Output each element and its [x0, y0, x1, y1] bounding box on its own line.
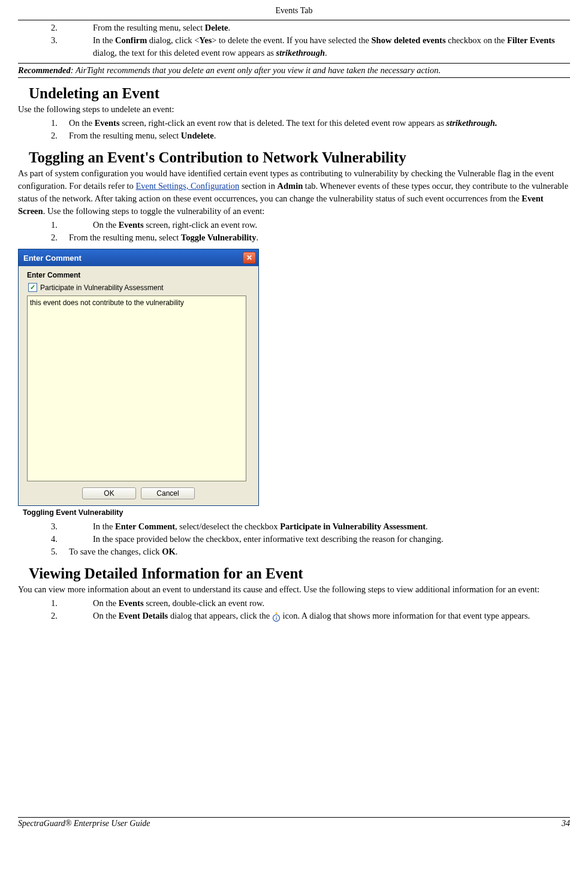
bold: Events — [119, 220, 144, 230]
text: . — [214, 131, 216, 140]
text: . — [176, 547, 178, 556]
note-text: : AirTight recommends that you delete an… — [71, 65, 441, 75]
text: On the — [93, 598, 119, 608]
viewing-intro: You can view more information about an e… — [18, 583, 570, 596]
text: checkbox on the — [446, 35, 507, 45]
text: . — [228, 23, 231, 32]
text: On the — [69, 118, 95, 128]
bold: Yes — [199, 35, 212, 45]
bold: Events — [119, 598, 144, 608]
text: screen, right-click an event row. — [144, 220, 258, 230]
text: screen, right-click an event row that is… — [120, 118, 447, 128]
viewing-steps: 1. On the Events screen, double-click an… — [51, 597, 570, 622]
undel-intro: Use the following steps to undelete an e… — [18, 103, 570, 116]
bold: Enter Comment — [115, 522, 175, 531]
page-number: 34 — [562, 819, 570, 828]
text: , select/deselect the checkbox — [175, 522, 280, 531]
text: From the resulting menu, select — [69, 131, 181, 140]
divider — [18, 20, 570, 20]
step-number: 3. — [51, 520, 93, 533]
text: In the space provided below the checkbox… — [93, 534, 444, 544]
step-number: 1. — [51, 219, 93, 231]
text: . — [256, 233, 258, 242]
checkbox-label: Participate in Vulnerability Assessment — [40, 284, 164, 292]
bold: Toggle Vulnerability — [181, 233, 257, 242]
text: screen, double-click an event row. — [144, 598, 265, 608]
footer-title: SpectraGuard® Enterprise User Guide — [18, 819, 150, 828]
bold: Undelete — [181, 131, 214, 140]
heading-viewing: Viewing Detailed Information for an Even… — [29, 565, 570, 582]
bold: Confirm — [115, 35, 147, 45]
enter-comment-dialog: Enter Comment ✕ Enter Comment ✓ Particip… — [18, 249, 259, 506]
text: In the — [93, 35, 115, 45]
bold: Delete — [205, 23, 228, 32]
undel-steps: 1. On the Events screen, right-click an … — [51, 117, 570, 142]
svg-point-2 — [275, 612, 277, 614]
text: dialog, click < — [147, 35, 199, 45]
bold: OK — [162, 547, 176, 556]
step-number: 2. — [51, 129, 69, 142]
after-dialog-steps: 3. In the Enter Comment, select/deselect… — [51, 520, 570, 558]
bold-italic: strikethrough. — [446, 118, 497, 128]
heading-undeleting: Undeleting an Event — [29, 85, 570, 102]
text: . — [426, 522, 428, 531]
step-number: 1. — [51, 597, 93, 610]
dialog-titlebar: Enter Comment ✕ — [19, 249, 258, 266]
text: From the resulting menu, select — [93, 23, 205, 32]
text: From the resulting menu, select — [69, 233, 181, 242]
text: In the — [93, 522, 115, 531]
text: . — [325, 48, 327, 58]
bold: Participate in Vulnerability Assessment — [280, 522, 426, 531]
heading-toggling: Toggling an Event's Contribution to Netw… — [29, 149, 570, 166]
text: icon. A dialog that shows more informati… — [282, 611, 530, 620]
participate-checkbox[interactable]: ✓ — [28, 283, 37, 292]
step-number: 4. — [51, 533, 93, 546]
figure-caption: Toggling Event Vulnerability — [23, 508, 570, 517]
step-number: 2. — [51, 610, 93, 622]
dialog-title: Enter Comment — [23, 254, 82, 263]
ok-button[interactable]: OK — [82, 487, 136, 499]
close-icon[interactable]: ✕ — [243, 252, 256, 264]
page-footer: SpectraGuard® Enterprise User Guide 34 — [18, 817, 570, 828]
step-number: 2. — [51, 231, 69, 244]
bold: Show deleted events — [372, 35, 446, 45]
bold: Admin — [278, 181, 303, 191]
cancel-button[interactable]: Cancel — [141, 487, 195, 499]
bold: Events — [95, 118, 120, 128]
text: On the — [93, 611, 119, 620]
text: > to delete the event. If you have selec… — [212, 35, 371, 45]
text: section in — [239, 181, 277, 191]
text: To save the changes, click — [69, 547, 162, 556]
link-event-settings[interactable]: Event Settings, Configuration — [136, 181, 240, 191]
bold: Event Details — [119, 611, 168, 620]
step-number: 2. — [51, 22, 93, 34]
info-icon: i — [272, 612, 281, 622]
text: dialog that appears, click the — [168, 611, 272, 620]
delete-steps: 2. From the resulting menu, select Delet… — [51, 22, 570, 59]
toggle-steps: 1. On the Events screen, right-click an … — [51, 219, 570, 244]
step-number: 1. — [51, 117, 69, 129]
comment-textarea[interactable]: this event does not contribute to the vu… — [27, 296, 246, 481]
toggle-paragraph: As part of system configuration you woul… — [18, 167, 570, 218]
recommended-note: Recommended: AirTight recommends that yo… — [18, 63, 570, 78]
step-number: 5. — [51, 546, 69, 558]
step-number: 3. — [51, 34, 93, 59]
text: dialog, the text for this deleted event … — [93, 48, 276, 58]
dialog-subtitle: Enter Comment — [27, 271, 252, 279]
page-header: Events Tab — [18, 6, 570, 19]
bold: Filter Events — [507, 35, 555, 45]
text: On the — [93, 220, 119, 230]
bold-italic: strikethrough — [276, 48, 325, 58]
text: . Use the following steps to toggle the … — [43, 206, 265, 216]
note-label: Recommended — [18, 65, 71, 75]
